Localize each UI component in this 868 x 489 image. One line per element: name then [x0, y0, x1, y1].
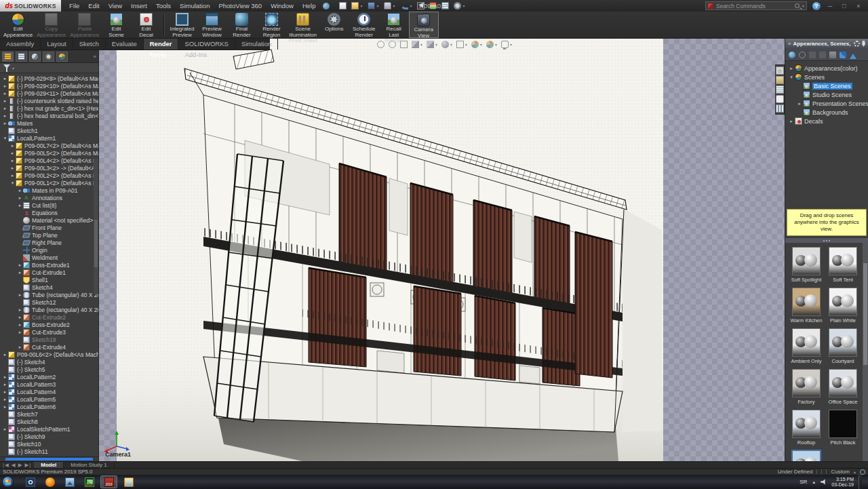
tree-expand-icon[interactable]: ▸ — [2, 382, 8, 387]
tab-navigation-buttons[interactable]: |◀ ◀ ▶ ▶| — [0, 462, 34, 468]
tree-item-annotations[interactable]: ▸Annotations — [0, 194, 98, 201]
tree-expand-icon[interactable]: ▸ — [2, 91, 8, 96]
thumbnails-scrollbar[interactable] — [863, 243, 868, 461]
save-icon[interactable] — [368, 2, 375, 9]
tree-item-locallpattern5[interactable]: ▸LocalLPattern5 — [0, 395, 98, 403]
units-caret-icon[interactable]: ▴ — [854, 469, 856, 474]
tree-item-sketch1[interactable]: Sketch1 — [0, 127, 98, 134]
tree-item-p09-00l2-2-default-as[interactable]: ▸P09-00L2<2> (Default<As Machined> — [0, 172, 98, 179]
hide-show-items-caret-icon[interactable]: ▾ — [465, 42, 467, 47]
doc-close-button[interactable]: × — [766, 40, 770, 47]
preview-window-button[interactable]: Preview Window — [197, 12, 226, 38]
taskbar-app-solidworks[interactable] — [100, 475, 117, 488]
tree-expand-icon[interactable]: ▸ — [17, 322, 23, 328]
tree-expand-icon[interactable]: ▸ — [2, 106, 8, 111]
scene-thumb-rooftop[interactable]: Rooftop — [788, 410, 825, 446]
scene-thumb-ambient-only[interactable]: Ambient Only — [788, 328, 825, 364]
tree-item-sketch7[interactable]: Sketch7 — [0, 410, 98, 418]
tree-item-sketch4[interactable]: Sketch4 — [0, 283, 98, 291]
view-orientation-icon[interactable] — [427, 41, 434, 48]
volume-icon[interactable] — [821, 479, 827, 485]
tree-expand-icon[interactable]: ▾ — [788, 75, 795, 80]
scene-tree-presentation-scenes[interactable]: ▸Presentation Scenes — [785, 99, 868, 108]
tray-expand-icon[interactable]: ▲ — [812, 480, 816, 484]
final-render-button[interactable]: Final Render — [226, 12, 256, 38]
tree-item-countersunk-slotted[interactable]: ▸(-) countersunk slotted raised head scr… — [0, 97, 98, 104]
scene-tree-studio-scenes[interactable]: Studio Scenes — [785, 90, 868, 99]
doc-tab-model[interactable]: Model — [34, 462, 64, 468]
pane-tab-file-explorer[interactable] — [776, 85, 784, 94]
display-style-caret-icon[interactable]: ▾ — [450, 42, 452, 47]
search-input[interactable]: Search Commands — [716, 3, 792, 9]
tree-expand-icon[interactable]: ▸ — [17, 307, 23, 313]
schedule-render-button[interactable]: Schedule Render — [349, 12, 379, 38]
scene-thumb-soft-spotlight[interactable]: Soft Spotlight — [788, 247, 825, 283]
tree-expand-icon[interactable]: ▸ — [2, 374, 8, 380]
tree-expand-icon[interactable]: ▸ — [9, 158, 16, 163]
start-button[interactable] — [2, 476, 14, 488]
tree-item-sketch5[interactable]: (-) Sketch5 — [0, 366, 98, 373]
new-icon[interactable] — [339, 2, 347, 9]
apply-scene-icon[interactable] — [486, 41, 494, 48]
scene-illumination-proof-sheet-button[interactable]: Scene Illumination Proof Sheet — [286, 12, 319, 38]
tree-expand-icon[interactable]: ▸ — [17, 188, 23, 193]
tree-expand-icon[interactable]: ▸ — [9, 165, 16, 171]
tree-expand-icon[interactable]: ▸ — [796, 101, 803, 106]
tree-item-p09-029-9-default[interactable]: ▸(-) P09-029<9> (Default<As Machined>< — [0, 75, 98, 82]
tree-item-boss-extrude2[interactable]: ▸Boss-Extrude2 — [0, 321, 98, 328]
tree-item-origin[interactable]: Origin — [0, 246, 98, 254]
tree-expand-icon[interactable]: ▸ — [2, 397, 8, 402]
scene-tree-decals[interactable]: ▸Decals — [785, 117, 868, 125]
dimxpert-manager-tab[interactable] — [43, 52, 54, 62]
tree-expand-icon[interactable]: ▸ — [2, 76, 8, 81]
tab-sketch[interactable]: Sketch — [73, 39, 106, 50]
tree-item-tube-rectangular-40-x[interactable]: ▸Tube (rectangular) 40 X 20 X 2(1) — [0, 291, 98, 298]
menu-photoview-360[interactable]: PhotoView 360 — [218, 2, 262, 9]
hide-show-items-icon[interactable] — [456, 41, 464, 48]
taskbar-app-outlook[interactable] — [22, 475, 39, 488]
tree-expand-icon[interactable]: ▸ — [17, 203, 23, 208]
menu-file[interactable]: File — [69, 2, 79, 9]
tree-expand-icon[interactable]: ▸ — [2, 121, 8, 126]
open-caret-icon[interactable]: ▾ — [361, 3, 363, 8]
tree-item-sketch9[interactable]: (-) Sketch9 — [0, 433, 98, 440]
tree-item-locallpattern6[interactable]: ▸LocalLPattern6 — [0, 403, 98, 410]
tree-item-locallpattern4[interactable]: ▸LocalLPattern4 — [0, 388, 98, 395]
close-button[interactable]: × — [854, 3, 863, 9]
pane-tab-home[interactable] — [776, 66, 784, 75]
tree-expand-icon[interactable]: ▸ — [17, 270, 23, 275]
search-commands-box[interactable]: Search Commands ▾ — [705, 1, 807, 10]
view-settings-icon[interactable] — [501, 41, 509, 48]
tree-expand-icon[interactable]: ▸ — [2, 404, 8, 410]
tree-item-cut-list-8[interactable]: ▸Cut list(8) — [0, 201, 98, 209]
menu-help[interactable]: Help — [302, 2, 316, 9]
scene-thumb-warm-kitchen[interactable]: Warm Kitchen — [788, 288, 825, 324]
tree-item-cut-extrude3[interactable]: ▸Cut-Extrude3 — [0, 328, 98, 336]
tree-expand-icon[interactable]: ▸ — [2, 389, 8, 395]
search-caret-icon[interactable]: ▾ — [802, 3, 804, 8]
scene-thumb-soft-tent[interactable]: Soft Tent — [825, 247, 861, 283]
section-view-icon[interactable] — [412, 41, 419, 48]
doc-restore-button[interactable]: □ — [757, 40, 761, 47]
tree-item-sketch19[interactable]: Sketch19 — [0, 336, 98, 343]
tree-item-material-not-specified[interactable]: Material <not specified> — [0, 216, 98, 224]
tree-expand-icon[interactable]: ▸ — [9, 151, 16, 156]
zoom-fit-icon[interactable] — [377, 41, 384, 48]
tree-item-p09-00l7-2-default-as[interactable]: ▸P09-00L7<2> (Default<As Machined> — [0, 142, 98, 149]
undo-caret-icon[interactable]: ▾ — [410, 3, 412, 8]
tree-expand-icon[interactable]: ▸ — [2, 113, 8, 119]
tree-item-p09-029-10-default[interactable]: ▸(-) P09-029<10> (Default<As Machined>< — [0, 82, 98, 90]
apply-scene-caret-icon[interactable]: ▾ — [495, 42, 497, 47]
back-icon[interactable] — [789, 52, 795, 58]
tree-item-cut-extrude1[interactable]: ▸Cut-Extrude1 — [0, 269, 98, 276]
edit-appearance-icon[interactable] — [471, 41, 479, 48]
menu-view[interactable]: View — [108, 2, 122, 9]
graphics-viewport[interactable]: ▾▾▾▾▾▾▾ ─ □ × Camera1 — [99, 39, 785, 461]
tab-evaluate[interactable]: Evaluate — [106, 39, 144, 50]
scene-thumb-office-space[interactable]: Office Space — [825, 369, 861, 405]
web-help-icon[interactable] — [860, 469, 865, 475]
select-icon[interactable] — [417, 2, 425, 9]
menu-tools[interactable]: Tools — [156, 2, 171, 9]
show-desktop-button[interactable] — [859, 475, 862, 489]
tree-expand-icon[interactable]: ▸ — [2, 83, 8, 89]
